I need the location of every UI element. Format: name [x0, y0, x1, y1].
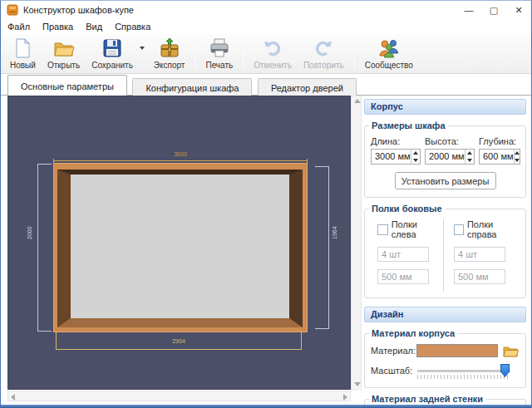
undo-icon [262, 37, 283, 59]
dimension-label-right: 1964 [332, 226, 338, 239]
print-button[interactable]: Печать [200, 36, 239, 71]
redo-icon [313, 37, 334, 59]
height-spinner[interactable]: 2000 мм [425, 149, 475, 165]
scroll-left-icon[interactable] [11, 394, 15, 401]
body-material-legend: Материал корпуса [369, 328, 457, 338]
shelves-left-width-field: 500 мм [377, 269, 429, 284]
body-scale-slider[interactable] [417, 363, 510, 378]
shelves-right-checkbox[interactable] [454, 224, 464, 235]
toolbar-separator [354, 38, 355, 69]
sizes-group-legend: Размеры шкафа [369, 120, 448, 130]
toolbar-separator [195, 38, 195, 69]
maximize-button[interactable]: ▢ [481, 1, 506, 19]
vertical-scrollbar[interactable] [351, 96, 362, 390]
community-button[interactable]: Сообщество [359, 36, 419, 71]
dimension-label-bottom: 2904 [56, 338, 302, 345]
window-title: Конструктор шкафов-купе [23, 5, 456, 15]
dimension-line-right [328, 166, 329, 329]
back-material-legend: Материал задней стенки [369, 394, 485, 404]
save-dropdown-arrow[interactable] [140, 47, 145, 50]
save-button-label: Сохранить [91, 61, 133, 70]
length-label: Длина: [371, 136, 421, 146]
export-button[interactable]: Экспорт [148, 36, 191, 71]
shelves-left-label: Полки слева [392, 219, 443, 239]
export-chest-icon [159, 37, 180, 59]
redo-button-label: Повторить [303, 61, 344, 70]
menu-edit[interactable]: Правка [42, 22, 73, 32]
menu-view[interactable]: Вид [86, 22, 102, 32]
community-button-label: Сообщество [365, 61, 413, 70]
redo-button: Повторить [298, 36, 350, 71]
scroll-up-icon[interactable] [354, 99, 361, 103]
horizontal-scrollbar[interactable] [7, 391, 351, 401]
body-scale-label: Масштаб: [371, 366, 417, 376]
parameters-panel: Корпус Размеры шкафа Длина: 3000 мм Высо… [364, 99, 526, 408]
app-window: Конструктор шкафов-купе — ▢ ✕ Файл Правк… [0, 0, 532, 408]
depth-value: 600 мм [480, 150, 514, 164]
open-button[interactable]: Открыть [42, 36, 86, 71]
menu-bar: Файл Правка Вид Справка [1, 19, 531, 34]
new-button[interactable]: Новый [4, 36, 42, 71]
community-people-icon [378, 37, 400, 59]
undo-button-label: Отменить [254, 61, 292, 70]
printer-icon [209, 37, 230, 59]
toolbar-separator [243, 38, 244, 69]
minimize-button[interactable]: — [456, 1, 481, 19]
app-icon [7, 4, 18, 16]
length-spin-down-icon[interactable] [411, 157, 420, 165]
depth-label: Глубина: [479, 136, 520, 146]
body-material-label: Материал: [371, 346, 416, 356]
tab-wardrobe-configuration[interactable]: Конфигурация шкафа [132, 78, 252, 97]
new-document-icon [12, 37, 33, 59]
title-bar: Конструктор шкафов-купе — ▢ ✕ [1, 1, 531, 19]
dimension-label-left: 2000 [27, 226, 33, 239]
export-button-label: Экспорт [154, 61, 185, 70]
wardrobe-interior [57, 170, 303, 327]
scroll-down-icon[interactable] [354, 382, 361, 386]
design-section-header: Дизайн [364, 307, 526, 322]
menu-help[interactable]: Справка [115, 22, 150, 32]
korpus-section-header: Корпус [364, 99, 526, 115]
shelves-right-width-field: 500 мм [454, 269, 505, 284]
shelves-left-column: Полки слева 4 шт 500 мм [371, 219, 443, 292]
save-floppy-icon [101, 37, 123, 59]
length-spinner[interactable]: 3000 мм [371, 149, 421, 165]
depth-spin-down-icon[interactable] [515, 157, 520, 165]
design-canvas[interactable]: 3000 2000 1964 2904 [7, 96, 351, 390]
print-button-label: Печать [205, 61, 233, 70]
shelves-right-count-field: 4 шт [454, 247, 505, 262]
save-button-group: Сохранить [86, 36, 148, 71]
height-spin-up-icon[interactable] [466, 150, 474, 157]
height-value: 2000 мм [426, 150, 465, 164]
tab-strip: Основные параметры Конфигурация шкафа Ре… [1, 75, 531, 96]
new-button-label: Новый [10, 61, 36, 70]
side-shelves-group: Полки боковые Полки слева 4 шт 500 мм По… [364, 209, 526, 298]
dimension-line-left [37, 164, 38, 332]
wardrobe-frame[interactable] [53, 163, 308, 332]
set-sizes-button[interactable]: Установить размеры [395, 172, 496, 189]
tab-door-editor[interactable]: Редактор дверей [258, 78, 357, 97]
body-material-swatch[interactable] [416, 344, 498, 357]
height-spin-down-icon[interactable] [466, 157, 474, 165]
wardrobe-sizes-group: Размеры шкафа Длина: 3000 мм Высота: [364, 125, 526, 198]
menu-file[interactable]: Файл [7, 22, 30, 32]
shelves-group-legend: Полки боковые [369, 204, 445, 214]
tab-main-parameters[interactable]: Основные параметры [7, 75, 127, 96]
toolbar: Новый Открыть Сохранить [1, 34, 531, 74]
length-value: 3000 мм [372, 150, 411, 164]
length-spin-up-icon[interactable] [411, 150, 420, 157]
shelves-left-checkbox[interactable] [377, 224, 388, 235]
body-scale-slider-thumb[interactable] [500, 364, 510, 377]
scroll-right-icon[interactable] [343, 394, 347, 401]
save-button[interactable]: Сохранить [86, 36, 139, 71]
undo-button: Отменить [248, 36, 298, 71]
body-scale-slider-track [417, 370, 510, 372]
dimension-label-top: 3000 [53, 151, 308, 158]
depth-spinner[interactable]: 600 мм [479, 149, 520, 165]
depth-spin-up-icon[interactable] [515, 150, 520, 157]
close-button[interactable]: ✕ [506, 1, 531, 19]
body-material-folder-icon[interactable] [503, 345, 520, 357]
body-material-group: Материал корпуса Материал: Масштаб: [364, 333, 526, 388]
window-bottom-border [1, 405, 531, 408]
shelves-right-column: Полки справа 4 шт 500 мм [443, 219, 520, 292]
